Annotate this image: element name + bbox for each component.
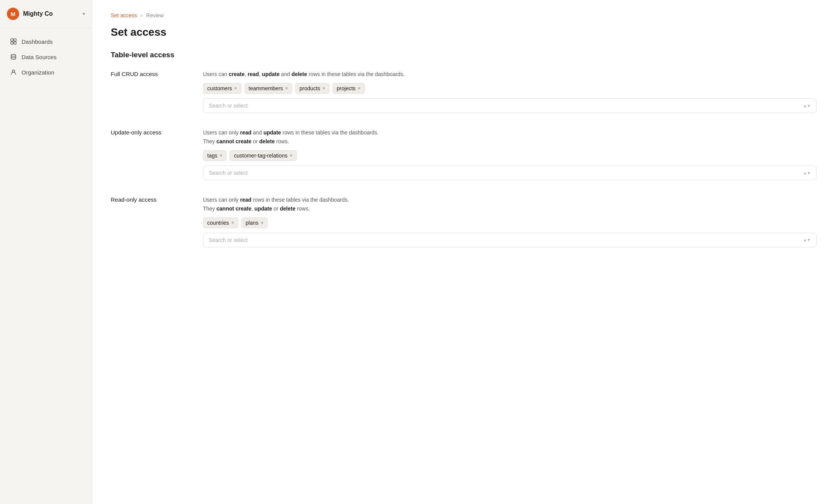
- chevron-down-icon: ▾: [83, 11, 85, 17]
- read-only-search-placeholder: Search or select: [209, 237, 248, 243]
- remove-countries-button[interactable]: ×: [231, 220, 234, 225]
- remove-customers-button[interactable]: ×: [235, 86, 237, 91]
- main-content: Set access > Review Set access Table-lev…: [92, 0, 835, 504]
- update-only-tags: tags × customer-tag-relations ×: [203, 150, 817, 161]
- dashboard-icon: [10, 38, 17, 45]
- svg-rect-2: [11, 42, 13, 44]
- sidebar-item-dashboards[interactable]: Dashboards: [3, 34, 89, 49]
- breadcrumb-separator: >: [140, 13, 143, 18]
- remove-customer-tag-relations-button[interactable]: ×: [290, 153, 293, 158]
- remove-teammembers-button[interactable]: ×: [285, 86, 288, 91]
- database-icon: [10, 53, 17, 60]
- select-arrows-icon: ▲▼: [803, 238, 811, 242]
- full-crud-search-select[interactable]: Search or select ▲▼: [203, 98, 817, 113]
- full-crud-label: Full CRUD access: [111, 70, 188, 77]
- section-title: Table-level access: [111, 51, 817, 59]
- sidebar-item-label: Dashboards: [22, 38, 53, 45]
- svg-rect-1: [14, 39, 16, 41]
- update-only-search-placeholder: Search or select: [209, 170, 248, 176]
- sidebar-item-label: Data Sources: [22, 54, 57, 60]
- update-only-content: Users can only read and update rows in t…: [203, 128, 817, 180]
- page-title: Set access: [111, 26, 817, 38]
- org-name: Mighty Co: [23, 10, 79, 17]
- tag-customers: customers ×: [203, 83, 241, 94]
- full-crud-search-placeholder: Search or select: [209, 103, 248, 109]
- remove-projects-button[interactable]: ×: [358, 86, 361, 91]
- svg-point-4: [11, 55, 16, 56]
- sidebar-item-data-sources[interactable]: Data Sources: [3, 50, 89, 64]
- select-arrows-icon: ▲▼: [803, 171, 811, 175]
- remove-plans-button[interactable]: ×: [261, 220, 263, 225]
- tag-teammembers: teammembers ×: [245, 83, 292, 94]
- tag-tags: tags ×: [203, 150, 226, 161]
- full-crud-tags: customers × teammembers × products × pro…: [203, 83, 817, 94]
- breadcrumb-review: Review: [146, 12, 164, 18]
- org-selector[interactable]: M Mighty Co ▾: [0, 0, 92, 28]
- tag-plans: plans ×: [241, 217, 268, 228]
- read-only-content: Users can only read rows in these tables…: [203, 196, 817, 247]
- tag-products: products ×: [295, 83, 329, 94]
- svg-rect-0: [11, 39, 13, 41]
- remove-products-button[interactable]: ×: [323, 86, 325, 91]
- update-only-search-select[interactable]: Search or select ▲▼: [203, 166, 817, 180]
- tag-projects: projects ×: [333, 83, 365, 94]
- org-avatar: M: [7, 8, 19, 20]
- breadcrumb-set-access[interactable]: Set access: [111, 12, 137, 18]
- tag-countries: countries ×: [203, 217, 238, 228]
- full-crud-content: Users can create, read, update and delet…: [203, 70, 817, 113]
- read-only-search-select[interactable]: Search or select ▲▼: [203, 233, 817, 247]
- full-crud-row: Full CRUD access Users can create, read,…: [111, 70, 817, 113]
- read-only-row: Read-only access Users can only read row…: [111, 196, 817, 247]
- breadcrumb: Set access > Review: [111, 12, 817, 18]
- sidebar: M Mighty Co ▾ Dashboards: [0, 0, 92, 504]
- org-icon: [10, 69, 17, 76]
- remove-tags-button[interactable]: ×: [220, 153, 222, 158]
- sidebar-item-label: Organization: [22, 69, 54, 76]
- read-only-tags: countries × plans ×: [203, 217, 817, 228]
- sidebar-nav: Dashboards Data Sources Organization: [0, 28, 92, 86]
- svg-rect-3: [14, 42, 16, 44]
- read-only-label: Read-only access: [111, 196, 188, 203]
- select-arrows-icon: ▲▼: [803, 104, 811, 108]
- tag-customer-tag-relations: customer-tag-relations ×: [230, 150, 296, 161]
- read-only-desc: Users can only read rows in these tables…: [203, 196, 817, 213]
- svg-point-5: [12, 70, 15, 72]
- update-only-desc: Users can only read and update rows in t…: [203, 128, 817, 146]
- update-only-row: Update-only access Users can only read a…: [111, 128, 817, 180]
- update-only-label: Update-only access: [111, 128, 188, 136]
- full-crud-desc: Users can create, read, update and delet…: [203, 70, 817, 78]
- sidebar-item-organization[interactable]: Organization: [3, 65, 89, 80]
